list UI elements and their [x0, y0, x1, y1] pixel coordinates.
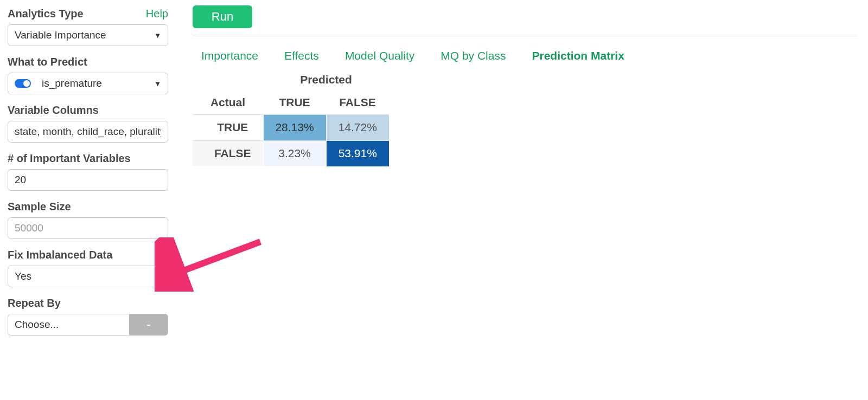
cell-false-positive: 3.23%: [263, 140, 326, 166]
minus-icon: -: [146, 318, 150, 332]
caret-down-icon: ▼: [154, 80, 161, 88]
select-value: is_premature: [42, 78, 154, 89]
tab-model-quality[interactable]: Model Quality: [345, 49, 414, 62]
row-false: FALSE: [193, 140, 263, 166]
sidebar: Analytics Type Help Variable Importance …: [8, 8, 168, 345]
input-sample-size[interactable]: [8, 217, 168, 239]
input-important-vars[interactable]: [8, 169, 168, 191]
field-variable-columns: Variable Columns state, month, child_rac…: [8, 104, 168, 143]
tab-importance[interactable]: Importance: [201, 49, 258, 62]
select-value: Variable Importance: [15, 29, 154, 41]
caret-down-icon: ▼: [154, 31, 161, 40]
label-row: Analytics Type Help: [8, 8, 168, 20]
field-analytics-type: Analytics Type Help Variable Importance …: [8, 8, 168, 46]
select-repeat-by[interactable]: Choose...: [8, 314, 129, 336]
header-predicted: Predicted: [263, 69, 389, 91]
repeat-by-row: Choose... -: [8, 314, 168, 336]
select-variable-columns[interactable]: state, month, child_race, plurality: [8, 121, 168, 143]
main-panel: Run Importance Effects Model Quality MQ …: [193, 5, 857, 166]
tab-bar: Importance Effects Model Quality MQ by C…: [193, 40, 857, 67]
matrix-table: Predicted Actual TRUE FALSE TRUE 28.13% …: [193, 69, 389, 166]
select-analytics-type[interactable]: Variable Importance ▼: [8, 24, 168, 46]
field-repeat-by: Repeat By Choose... -: [8, 297, 168, 336]
run-button[interactable]: Run: [193, 5, 252, 28]
select-what-to-predict[interactable]: is_premature ▼: [8, 73, 168, 94]
field-important-vars: # of Important Variables: [8, 152, 168, 191]
label-row: Repeat By: [8, 297, 168, 309]
label-fix-imbalanced: Fix Imbalanced Data: [8, 249, 112, 261]
tab-effects[interactable]: Effects: [284, 49, 319, 62]
cell-true-negative: 53.91%: [326, 140, 389, 166]
label-row: Sample Size: [8, 201, 168, 213]
label-row: Variable Columns: [8, 104, 168, 117]
annotation-arrow-icon: [155, 237, 269, 292]
prediction-matrix: Predicted Actual TRUE FALSE TRUE 28.13% …: [193, 69, 857, 166]
tab-prediction-matrix[interactable]: Prediction Matrix: [532, 49, 624, 62]
label-what-to-predict: What to Predict: [8, 56, 87, 68]
help-link[interactable]: Help: [146, 8, 168, 20]
col-true: TRUE: [263, 91, 326, 114]
label-row: Fix Imbalanced Data: [8, 249, 168, 261]
field-what-to-predict: What to Predict is_premature ▼: [8, 56, 168, 94]
header-actual: Actual: [193, 91, 263, 114]
select-value: Yes: [15, 270, 154, 282]
label-variable-columns: Variable Columns: [8, 104, 99, 117]
divider: [193, 35, 857, 35]
field-sample-size: Sample Size: [8, 201, 168, 239]
label-repeat-by: Repeat By: [8, 297, 61, 309]
toggle-icon: [15, 79, 31, 88]
label-row: # of Important Variables: [8, 152, 168, 165]
field-fix-imbalanced: Fix Imbalanced Data Yes ▲: [8, 249, 168, 287]
select-value: Choose...: [15, 319, 59, 331]
cell-true-positive: 28.13%: [263, 114, 326, 140]
svg-line-1: [174, 242, 260, 274]
label-analytics-type: Analytics Type: [8, 8, 84, 20]
caret-up-icon: ▲: [154, 273, 161, 281]
label-row: What to Predict: [8, 56, 168, 68]
select-fix-imbalanced[interactable]: Yes ▲: [8, 266, 168, 287]
run-label: Run: [212, 10, 233, 24]
col-false: FALSE: [326, 91, 389, 114]
remove-repeat-button[interactable]: -: [129, 314, 168, 336]
label-sample-size: Sample Size: [8, 201, 71, 213]
label-important-vars: # of Important Variables: [8, 152, 131, 165]
cell-false-negative: 14.72%: [326, 114, 389, 140]
tab-mq-by-class[interactable]: MQ by Class: [441, 49, 506, 62]
select-value: state, month, child_race, plurality: [15, 126, 161, 138]
row-true: TRUE: [193, 114, 263, 140]
